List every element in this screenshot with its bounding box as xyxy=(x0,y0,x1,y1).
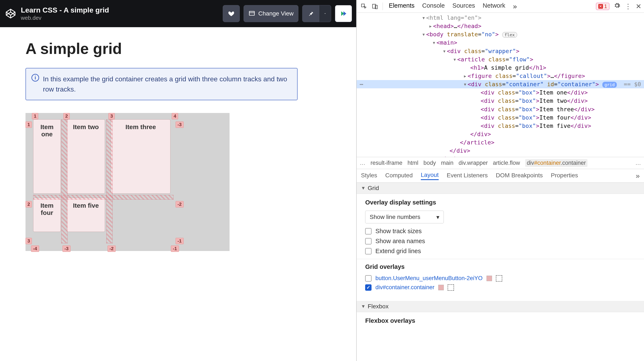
dom-line[interactable]: ▾<div class="wrapper"> xyxy=(357,47,644,55)
subtab-more[interactable]: » xyxy=(636,172,640,180)
dom-line[interactable]: <div class="box">Item four</div> xyxy=(357,113,644,122)
checkbox-label: Show track sizes xyxy=(375,228,422,235)
grid-item: Item two xyxy=(67,119,105,194)
checkbox-show-track-sizes[interactable] xyxy=(365,228,372,234)
grid-item: Item four xyxy=(33,198,61,232)
line-label: 1 xyxy=(26,121,32,128)
color-swatch[interactable] xyxy=(486,276,492,281)
line-label: 3 xyxy=(26,238,32,244)
line-label: -1 xyxy=(176,238,184,244)
more-icon[interactable]: ⋮ xyxy=(625,2,632,10)
grid-overlay-row: div#container.container xyxy=(365,284,636,291)
error-x-icon: ✕ xyxy=(598,4,603,9)
grid-section-header[interactable]: ▼ Grid xyxy=(357,183,644,194)
breadcrumb-item-current[interactable]: div#container.container xyxy=(525,159,588,167)
breadcrumb-ellipsis[interactable]: … xyxy=(360,160,365,166)
pin-button[interactable] xyxy=(302,5,319,22)
dom-line[interactable]: ▾<body translate="no"> flex xyxy=(357,30,644,38)
breadcrumb-item[interactable]: body xyxy=(424,160,436,166)
grid-section-body: Overlay display settings Show line numbe… xyxy=(357,194,644,301)
dom-breadcrumb[interactable]: … result-iframe html body main div.wrapp… xyxy=(357,157,644,169)
callout: i In this example the grid container cre… xyxy=(26,68,298,100)
preview-area: A simple grid i In this example the grid… xyxy=(0,27,356,361)
dom-line[interactable]: <div class="box">Item one</div> xyxy=(357,88,644,97)
subtab-styles[interactable]: Styles xyxy=(361,172,377,180)
inspect-icon[interactable] xyxy=(359,2,368,11)
device-toggle-icon[interactable] xyxy=(370,2,380,11)
change-view-label: Change View xyxy=(258,10,294,17)
overlay-settings-title: Overlay display settings xyxy=(365,199,636,206)
dom-line[interactable]: ▸<figure class="callout">…</figure> xyxy=(357,72,644,80)
chevron-down-icon: ▾ xyxy=(436,214,439,221)
line-label: 1 xyxy=(32,113,38,119)
devtools-pane: Elements Console Sources Network » ✕ 1 ⋮… xyxy=(356,0,644,361)
codepen-pane: Learn CSS - A simple grid web.dev Change… xyxy=(0,0,356,361)
tab-sources[interactable]: Sources xyxy=(452,2,475,10)
dom-line[interactable]: ▸<head>…</head> xyxy=(357,22,644,30)
breadcrumb-item[interactable]: article.flow xyxy=(493,160,520,166)
error-count: 1 xyxy=(604,3,607,9)
dom-line[interactable]: </article> xyxy=(357,138,644,146)
reveal-icon[interactable] xyxy=(496,275,502,282)
svg-rect-0 xyxy=(249,11,254,15)
dom-line[interactable]: <div class="box">Item three</div> xyxy=(357,105,644,113)
subtab-dom-breakpoints[interactable]: DOM Breakpoints xyxy=(496,172,543,180)
line-label: -4 xyxy=(31,246,39,252)
breadcrumb-item[interactable]: result-iframe xyxy=(370,160,402,166)
title-block: Learn CSS - A simple grid web.dev xyxy=(21,6,223,21)
line-label: 2 xyxy=(26,201,32,207)
overlay-checkbox[interactable] xyxy=(365,284,372,291)
breadcrumb-item[interactable]: div.wrapper xyxy=(458,160,488,166)
dom-line[interactable]: </main> xyxy=(357,155,644,157)
dom-line[interactable]: ▾<article class="flow"> xyxy=(357,55,644,63)
flexbox-section-header[interactable]: ▼ Flexbox xyxy=(357,301,644,312)
dom-line[interactable]: <div class="box">Item two</div> xyxy=(357,97,644,105)
close-devtools-icon[interactable]: ✕ xyxy=(636,2,642,10)
tab-network[interactable]: Network xyxy=(483,2,505,10)
checkbox-label: Extend grid lines xyxy=(375,248,421,255)
dom-line[interactable]: ▾<html lang="en"> xyxy=(357,13,644,22)
subtab-event-listeners[interactable]: Event Listeners xyxy=(447,172,488,180)
breadcrumb-ellipsis[interactable]: … xyxy=(635,160,641,166)
change-view-button[interactable]: Change View xyxy=(244,5,298,22)
dom-line[interactable]: </div> xyxy=(357,130,644,138)
grid-item: Item one xyxy=(33,119,61,194)
line-label: -3 xyxy=(62,246,70,252)
pin-menu-button[interactable] xyxy=(319,5,331,22)
settings-icon[interactable] xyxy=(614,2,620,10)
line-label: 4 xyxy=(172,113,178,119)
subtab-layout[interactable]: Layout xyxy=(421,172,439,180)
devtools-topbar: Elements Console Sources Network » ✕ 1 ⋮… xyxy=(357,0,644,13)
line-numbers-select[interactable]: Show line numbers ▾ xyxy=(365,211,444,223)
tab-elements[interactable]: Elements xyxy=(389,2,414,10)
tab-console[interactable]: Console xyxy=(422,2,445,10)
heart-button[interactable] xyxy=(223,5,240,22)
line-label: -2 xyxy=(176,201,184,207)
styles-subtabs: Styles Computed Layout Event Listeners D… xyxy=(357,169,644,183)
dom-line-selected[interactable]: ⋯ ▾<div class="container" id="container"… xyxy=(357,80,644,88)
dom-line[interactable]: </div> xyxy=(357,146,644,155)
error-badge[interactable]: ✕ 1 xyxy=(596,3,609,10)
breadcrumb-item[interactable]: html xyxy=(408,160,418,166)
dom-tree[interactable]: ▾<html lang="en"> ▸<head>…</head> ▾<body… xyxy=(357,13,644,157)
checkbox-row: Extend grid lines xyxy=(365,248,636,255)
dom-line[interactable]: <h1>A simple grid</h1> xyxy=(357,63,644,72)
breadcrumb-item[interactable]: main xyxy=(441,160,454,166)
page-heading: A simple grid xyxy=(26,40,331,57)
dom-line[interactable]: ▾<main> xyxy=(357,38,644,47)
color-swatch[interactable] xyxy=(438,285,444,290)
run-button[interactable] xyxy=(335,5,352,22)
subtab-properties[interactable]: Properties xyxy=(551,172,578,180)
dom-line[interactable]: <div class="box">Item five</div> xyxy=(357,122,644,130)
overlay-target-link[interactable]: button.UserMenu_userMenuButton-2eiYO xyxy=(375,275,482,282)
checkbox-extend-grid-lines[interactable] xyxy=(365,248,372,254)
reveal-icon[interactable] xyxy=(448,284,454,291)
subtab-computed[interactable]: Computed xyxy=(385,172,413,180)
checkbox-label: Show area names xyxy=(375,238,425,245)
checkbox-row: Show area names xyxy=(365,238,636,245)
overlay-target-link[interactable]: div#container.container xyxy=(375,284,434,291)
grid-overlays-title: Grid overlays xyxy=(365,263,636,270)
overlay-checkbox[interactable] xyxy=(365,275,372,282)
tab-more[interactable]: » xyxy=(513,2,517,10)
checkbox-show-area-names[interactable] xyxy=(365,238,372,244)
